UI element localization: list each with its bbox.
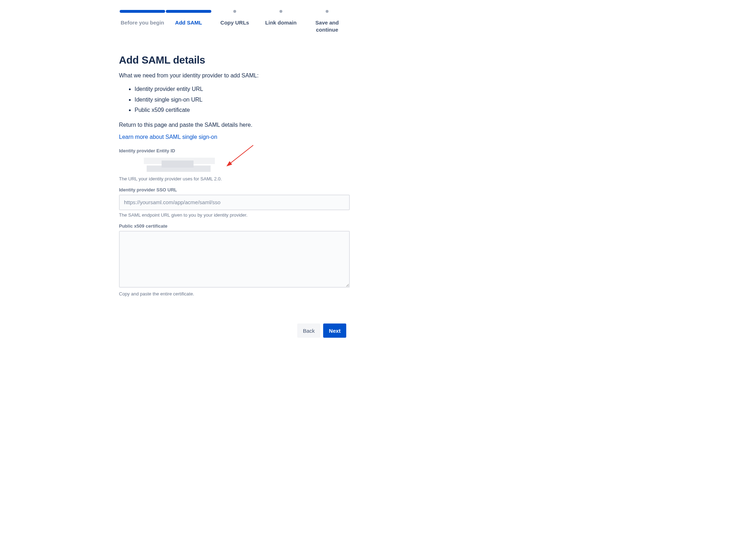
entity-id-helper: The URL your identity provider uses for … [119, 176, 351, 181]
entity-id-redacted-input[interactable] [119, 156, 226, 174]
back-button[interactable]: Back [297, 324, 320, 338]
intro-text: What we need from your identity provider… [119, 72, 351, 79]
certificate-textarea[interactable] [119, 231, 350, 288]
certificate-helper: Copy and paste the entire certificate. [119, 291, 351, 297]
step-link-domain[interactable]: Link domain [258, 10, 304, 33]
step-save-continue[interactable]: Save and continue [304, 10, 350, 33]
step-dot-icon [326, 10, 328, 13]
field-sso-url: Identity provider SSO URL The SAML endpo… [119, 187, 351, 218]
list-item: Identity provider entity URL [135, 84, 351, 94]
entity-id-label: Identity provider Entity ID [119, 148, 351, 153]
step-label: Add SAML [175, 19, 202, 26]
step-label: Copy URLs [221, 19, 249, 26]
step-copy-urls[interactable]: Copy URLs [212, 10, 257, 33]
field-entity-id: Identity provider Entity ID The URL your… [119, 148, 351, 181]
wizard-footer-buttons: Back Next [297, 324, 346, 338]
step-bar-active-icon [166, 10, 211, 13]
step-label: Save and continue [304, 19, 350, 33]
sso-url-label: Identity provider SSO URL [119, 187, 351, 192]
step-before-you-begin[interactable]: Before you begin [120, 10, 165, 33]
learn-more-link[interactable]: Learn more about SAML single sign-on [119, 134, 217, 140]
list-item: Identity single sign-on URL [135, 94, 351, 105]
step-dot-icon [279, 10, 282, 13]
requirements-list: Identity provider entity URL Identity si… [119, 84, 351, 115]
step-bar-completed-icon [120, 10, 165, 13]
page-title: Add SAML details [119, 54, 351, 66]
wizard-stepper: Before you begin Add SAML Copy URLs Link… [119, 10, 351, 33]
step-add-saml[interactable]: Add SAML [166, 10, 211, 33]
certificate-label: Public x509 certificate [119, 223, 351, 229]
sso-url-helper: The SAML endpoint URL given to you by yo… [119, 212, 351, 218]
sso-url-input[interactable] [119, 195, 350, 210]
next-button[interactable]: Next [323, 324, 346, 338]
return-instruction: Return to this page and paste the SAML d… [119, 122, 351, 128]
step-label: Link domain [265, 19, 297, 26]
list-item: Public x509 certificate [135, 105, 351, 115]
step-label: Before you begin [121, 19, 164, 26]
field-certificate: Public x509 certificate Copy and paste t… [119, 223, 351, 297]
step-dot-icon [233, 10, 236, 13]
